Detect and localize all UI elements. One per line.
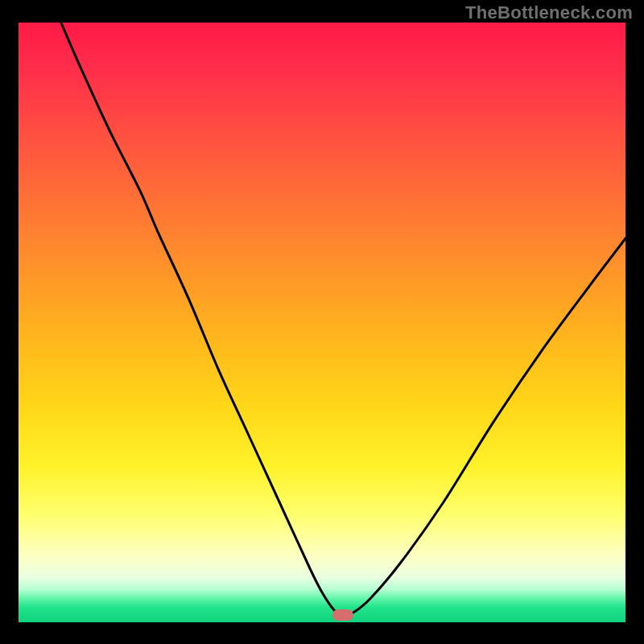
- bottleneck-curve: [19, 23, 625, 622]
- watermark-text: TheBottleneck.com: [465, 2, 633, 23]
- valley-marker: [332, 609, 353, 621]
- chart-frame: TheBottleneck.com: [0, 0, 644, 644]
- plot-area: [19, 23, 625, 622]
